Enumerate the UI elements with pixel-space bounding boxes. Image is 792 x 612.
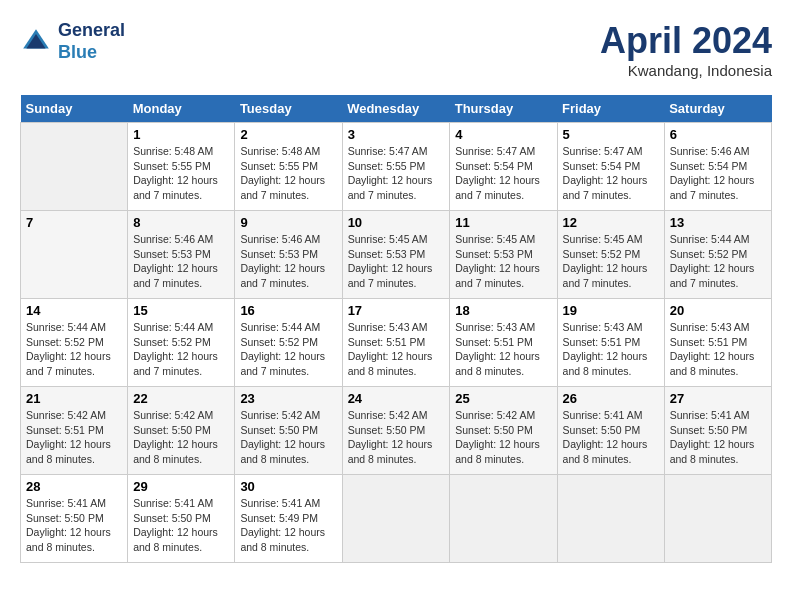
day-number: 15 [133,303,229,318]
calendar-cell [450,475,557,563]
month-title: April 2024 [600,20,772,62]
day-number: 22 [133,391,229,406]
calendar-week-row: 14Sunrise: 5:44 AM Sunset: 5:52 PM Dayli… [21,299,772,387]
day-info: Sunrise: 5:46 AM Sunset: 5:54 PM Dayligh… [670,144,766,203]
day-number: 17 [348,303,445,318]
weekday-header-wednesday: Wednesday [342,95,450,123]
weekday-header-thursday: Thursday [450,95,557,123]
day-info: Sunrise: 5:45 AM Sunset: 5:53 PM Dayligh… [348,232,445,291]
calendar-cell: 28Sunrise: 5:41 AM Sunset: 5:50 PM Dayli… [21,475,128,563]
calendar-cell: 22Sunrise: 5:42 AM Sunset: 5:50 PM Dayli… [128,387,235,475]
calendar-cell: 4Sunrise: 5:47 AM Sunset: 5:54 PM Daylig… [450,123,557,211]
title-block: April 2024 Kwandang, Indonesia [600,20,772,79]
day-number: 29 [133,479,229,494]
calendar-cell: 10Sunrise: 5:45 AM Sunset: 5:53 PM Dayli… [342,211,450,299]
day-number: 21 [26,391,122,406]
calendar-table: SundayMondayTuesdayWednesdayThursdayFrid… [20,95,772,563]
day-info: Sunrise: 5:46 AM Sunset: 5:53 PM Dayligh… [133,232,229,291]
day-number: 26 [563,391,659,406]
weekday-header-saturday: Saturday [664,95,771,123]
day-number: 27 [670,391,766,406]
day-info: Sunrise: 5:45 AM Sunset: 5:53 PM Dayligh… [455,232,551,291]
day-number: 16 [240,303,336,318]
day-info: Sunrise: 5:47 AM Sunset: 5:54 PM Dayligh… [563,144,659,203]
day-info: Sunrise: 5:42 AM Sunset: 5:50 PM Dayligh… [348,408,445,467]
day-info: Sunrise: 5:45 AM Sunset: 5:52 PM Dayligh… [563,232,659,291]
day-info: Sunrise: 5:41 AM Sunset: 5:49 PM Dayligh… [240,496,336,555]
day-info: Sunrise: 5:44 AM Sunset: 5:52 PM Dayligh… [670,232,766,291]
day-info: Sunrise: 5:43 AM Sunset: 5:51 PM Dayligh… [455,320,551,379]
calendar-body: 1Sunrise: 5:48 AM Sunset: 5:55 PM Daylig… [21,123,772,563]
day-number: 11 [455,215,551,230]
day-info: Sunrise: 5:41 AM Sunset: 5:50 PM Dayligh… [563,408,659,467]
day-number: 8 [133,215,229,230]
calendar-cell: 6Sunrise: 5:46 AM Sunset: 5:54 PM Daylig… [664,123,771,211]
day-info: Sunrise: 5:42 AM Sunset: 5:50 PM Dayligh… [455,408,551,467]
location-subtitle: Kwandang, Indonesia [600,62,772,79]
day-info: Sunrise: 5:43 AM Sunset: 5:51 PM Dayligh… [670,320,766,379]
calendar-cell [21,123,128,211]
logo-general: General [58,20,125,40]
calendar-header-row: SundayMondayTuesdayWednesdayThursdayFrid… [21,95,772,123]
day-number: 10 [348,215,445,230]
day-info: Sunrise: 5:42 AM Sunset: 5:50 PM Dayligh… [133,408,229,467]
day-number: 6 [670,127,766,142]
calendar-cell: 20Sunrise: 5:43 AM Sunset: 5:51 PM Dayli… [664,299,771,387]
day-info: Sunrise: 5:41 AM Sunset: 5:50 PM Dayligh… [670,408,766,467]
day-info: Sunrise: 5:44 AM Sunset: 5:52 PM Dayligh… [240,320,336,379]
page-header: General Blue April 2024 Kwandang, Indone… [20,20,772,79]
calendar-cell: 26Sunrise: 5:41 AM Sunset: 5:50 PM Dayli… [557,387,664,475]
day-number: 25 [455,391,551,406]
calendar-cell: 5Sunrise: 5:47 AM Sunset: 5:54 PM Daylig… [557,123,664,211]
day-number: 9 [240,215,336,230]
day-info: Sunrise: 5:42 AM Sunset: 5:51 PM Dayligh… [26,408,122,467]
logo-icon [20,26,52,58]
day-number: 19 [563,303,659,318]
day-number: 4 [455,127,551,142]
calendar-cell: 9Sunrise: 5:46 AM Sunset: 5:53 PM Daylig… [235,211,342,299]
day-number: 20 [670,303,766,318]
day-number: 7 [26,215,122,230]
day-info: Sunrise: 5:47 AM Sunset: 5:54 PM Dayligh… [455,144,551,203]
calendar-cell [557,475,664,563]
day-number: 24 [348,391,445,406]
calendar-cell: 30Sunrise: 5:41 AM Sunset: 5:49 PM Dayli… [235,475,342,563]
weekday-header-sunday: Sunday [21,95,128,123]
calendar-cell: 16Sunrise: 5:44 AM Sunset: 5:52 PM Dayli… [235,299,342,387]
calendar-week-row: 1Sunrise: 5:48 AM Sunset: 5:55 PM Daylig… [21,123,772,211]
day-info: Sunrise: 5:44 AM Sunset: 5:52 PM Dayligh… [133,320,229,379]
day-number: 18 [455,303,551,318]
logo-text: General Blue [58,20,125,63]
day-info: Sunrise: 5:48 AM Sunset: 5:55 PM Dayligh… [240,144,336,203]
day-number: 12 [563,215,659,230]
day-info: Sunrise: 5:41 AM Sunset: 5:50 PM Dayligh… [26,496,122,555]
calendar-cell: 12Sunrise: 5:45 AM Sunset: 5:52 PM Dayli… [557,211,664,299]
day-info: Sunrise: 5:46 AM Sunset: 5:53 PM Dayligh… [240,232,336,291]
day-info: Sunrise: 5:41 AM Sunset: 5:50 PM Dayligh… [133,496,229,555]
day-number: 30 [240,479,336,494]
weekday-header-friday: Friday [557,95,664,123]
calendar-cell: 2Sunrise: 5:48 AM Sunset: 5:55 PM Daylig… [235,123,342,211]
calendar-cell: 29Sunrise: 5:41 AM Sunset: 5:50 PM Dayli… [128,475,235,563]
calendar-cell: 23Sunrise: 5:42 AM Sunset: 5:50 PM Dayli… [235,387,342,475]
day-info: Sunrise: 5:43 AM Sunset: 5:51 PM Dayligh… [563,320,659,379]
calendar-cell: 18Sunrise: 5:43 AM Sunset: 5:51 PM Dayli… [450,299,557,387]
day-number: 23 [240,391,336,406]
calendar-cell: 14Sunrise: 5:44 AM Sunset: 5:52 PM Dayli… [21,299,128,387]
day-info: Sunrise: 5:42 AM Sunset: 5:50 PM Dayligh… [240,408,336,467]
calendar-cell: 19Sunrise: 5:43 AM Sunset: 5:51 PM Dayli… [557,299,664,387]
calendar-cell: 1Sunrise: 5:48 AM Sunset: 5:55 PM Daylig… [128,123,235,211]
calendar-cell: 13Sunrise: 5:44 AM Sunset: 5:52 PM Dayli… [664,211,771,299]
calendar-cell: 3Sunrise: 5:47 AM Sunset: 5:55 PM Daylig… [342,123,450,211]
weekday-header-monday: Monday [128,95,235,123]
calendar-week-row: 21Sunrise: 5:42 AM Sunset: 5:51 PM Dayli… [21,387,772,475]
day-info: Sunrise: 5:48 AM Sunset: 5:55 PM Dayligh… [133,144,229,203]
weekday-header-tuesday: Tuesday [235,95,342,123]
calendar-cell [664,475,771,563]
day-number: 2 [240,127,336,142]
day-number: 13 [670,215,766,230]
calendar-cell: 11Sunrise: 5:45 AM Sunset: 5:53 PM Dayli… [450,211,557,299]
day-number: 14 [26,303,122,318]
logo-blue: Blue [58,42,97,62]
day-number: 5 [563,127,659,142]
